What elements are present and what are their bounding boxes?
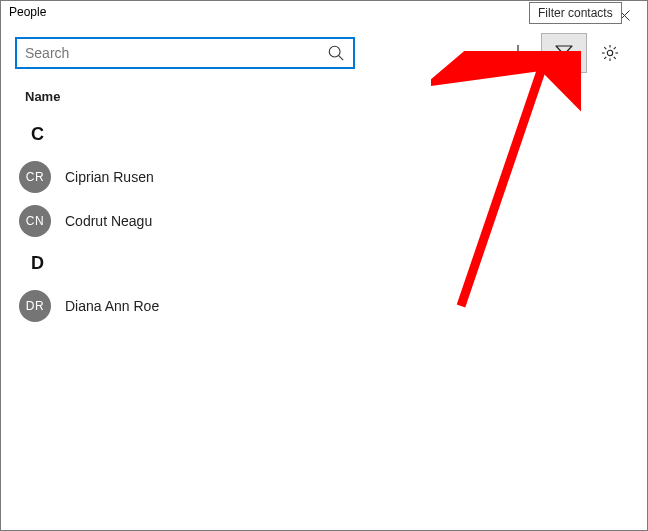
svg-point-0 xyxy=(329,46,340,57)
avatar: CR xyxy=(19,161,51,193)
section-header[interactable]: D xyxy=(1,243,647,284)
plus-icon xyxy=(509,44,527,62)
section-header[interactable]: C xyxy=(1,114,647,155)
filter-contacts-button[interactable] xyxy=(541,33,587,73)
people-window: Filter contacts People Name CCRCiprian R… xyxy=(0,0,648,531)
svg-point-4 xyxy=(607,50,612,55)
list-column-header: Name xyxy=(1,83,647,114)
contact-row[interactable]: DRDiana Ann Roe xyxy=(1,284,647,328)
search-icon xyxy=(327,44,345,62)
svg-line-10 xyxy=(614,57,616,59)
funnel-icon xyxy=(555,44,573,62)
avatar: DR xyxy=(19,290,51,322)
add-contact-button[interactable] xyxy=(495,33,541,73)
svg-line-11 xyxy=(604,57,606,59)
contact-row[interactable]: CNCodrut Neagu xyxy=(1,199,647,243)
contact-row[interactable]: CRCiprian Rusen xyxy=(1,155,647,199)
app-title: People xyxy=(9,1,46,19)
filter-tooltip: Filter contacts xyxy=(529,2,622,24)
avatar: CN xyxy=(19,205,51,237)
contacts-list: CCRCiprian RusenCNCodrut NeaguDDRDiana A… xyxy=(1,114,647,328)
search-box[interactable] xyxy=(15,37,355,69)
svg-line-9 xyxy=(604,47,606,49)
gear-icon xyxy=(601,44,619,62)
contact-name: Ciprian Rusen xyxy=(65,169,154,185)
search-input[interactable] xyxy=(25,45,327,61)
settings-button[interactable] xyxy=(587,33,633,73)
contact-name: Diana Ann Roe xyxy=(65,298,159,314)
svg-line-1 xyxy=(339,56,344,61)
contact-name: Codrut Neagu xyxy=(65,213,152,229)
svg-line-12 xyxy=(614,47,616,49)
toolbar xyxy=(1,25,647,83)
